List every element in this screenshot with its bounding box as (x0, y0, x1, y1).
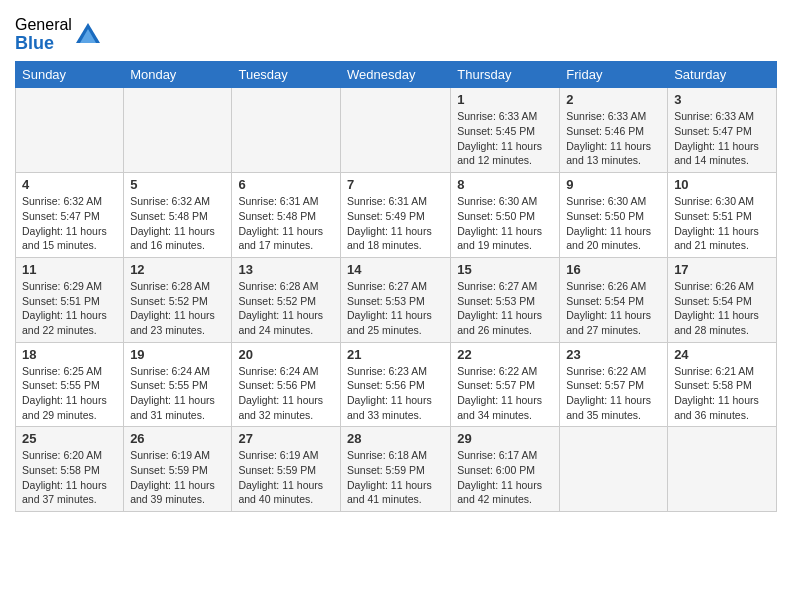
day-number: 1 (457, 92, 553, 107)
calendar-cell: 15Sunrise: 6:27 AMSunset: 5:53 PMDayligh… (451, 257, 560, 342)
day-info: Sunrise: 6:26 AMSunset: 5:54 PMDaylight:… (674, 279, 770, 338)
day-number: 20 (238, 347, 334, 362)
calendar-cell (668, 427, 777, 512)
day-number: 2 (566, 92, 661, 107)
calendar-cell: 16Sunrise: 6:26 AMSunset: 5:54 PMDayligh… (560, 257, 668, 342)
calendar-cell: 27Sunrise: 6:19 AMSunset: 5:59 PMDayligh… (232, 427, 341, 512)
logo: General Blue (15, 16, 102, 53)
day-number: 23 (566, 347, 661, 362)
calendar-cell: 6Sunrise: 6:31 AMSunset: 5:48 PMDaylight… (232, 173, 341, 258)
calendar-cell: 20Sunrise: 6:24 AMSunset: 5:56 PMDayligh… (232, 342, 341, 427)
calendar-cell: 21Sunrise: 6:23 AMSunset: 5:56 PMDayligh… (341, 342, 451, 427)
calendar-cell: 26Sunrise: 6:19 AMSunset: 5:59 PMDayligh… (124, 427, 232, 512)
day-info: Sunrise: 6:24 AMSunset: 5:55 PMDaylight:… (130, 364, 225, 423)
header-day: Saturday (668, 62, 777, 88)
day-number: 16 (566, 262, 661, 277)
header-row: SundayMondayTuesdayWednesdayThursdayFrid… (16, 62, 777, 88)
calendar-cell (232, 88, 341, 173)
day-number: 15 (457, 262, 553, 277)
day-number: 29 (457, 431, 553, 446)
calendar-cell (124, 88, 232, 173)
calendar-cell: 17Sunrise: 6:26 AMSunset: 5:54 PMDayligh… (668, 257, 777, 342)
calendar-table: SundayMondayTuesdayWednesdayThursdayFrid… (15, 61, 777, 512)
day-number: 21 (347, 347, 444, 362)
day-number: 13 (238, 262, 334, 277)
calendar-cell: 28Sunrise: 6:18 AMSunset: 5:59 PMDayligh… (341, 427, 451, 512)
calendar-cell (560, 427, 668, 512)
header-day: Sunday (16, 62, 124, 88)
day-info: Sunrise: 6:33 AMSunset: 5:47 PMDaylight:… (674, 109, 770, 168)
day-info: Sunrise: 6:31 AMSunset: 5:49 PMDaylight:… (347, 194, 444, 253)
day-number: 26 (130, 431, 225, 446)
day-number: 4 (22, 177, 117, 192)
day-number: 8 (457, 177, 553, 192)
day-number: 9 (566, 177, 661, 192)
day-info: Sunrise: 6:22 AMSunset: 5:57 PMDaylight:… (457, 364, 553, 423)
calendar-cell: 19Sunrise: 6:24 AMSunset: 5:55 PMDayligh… (124, 342, 232, 427)
calendar-cell: 12Sunrise: 6:28 AMSunset: 5:52 PMDayligh… (124, 257, 232, 342)
day-info: Sunrise: 6:27 AMSunset: 5:53 PMDaylight:… (457, 279, 553, 338)
calendar-week: 25Sunrise: 6:20 AMSunset: 5:58 PMDayligh… (16, 427, 777, 512)
day-info: Sunrise: 6:25 AMSunset: 5:55 PMDaylight:… (22, 364, 117, 423)
day-info: Sunrise: 6:21 AMSunset: 5:58 PMDaylight:… (674, 364, 770, 423)
calendar-cell: 14Sunrise: 6:27 AMSunset: 5:53 PMDayligh… (341, 257, 451, 342)
day-info: Sunrise: 6:24 AMSunset: 5:56 PMDaylight:… (238, 364, 334, 423)
day-info: Sunrise: 6:33 AMSunset: 5:46 PMDaylight:… (566, 109, 661, 168)
calendar-week: 4Sunrise: 6:32 AMSunset: 5:47 PMDaylight… (16, 173, 777, 258)
day-number: 6 (238, 177, 334, 192)
day-info: Sunrise: 6:23 AMSunset: 5:56 PMDaylight:… (347, 364, 444, 423)
header-day: Monday (124, 62, 232, 88)
calendar-cell: 25Sunrise: 6:20 AMSunset: 5:58 PMDayligh… (16, 427, 124, 512)
day-info: Sunrise: 6:30 AMSunset: 5:50 PMDaylight:… (457, 194, 553, 253)
day-info: Sunrise: 6:28 AMSunset: 5:52 PMDaylight:… (238, 279, 334, 338)
calendar-cell: 9Sunrise: 6:30 AMSunset: 5:50 PMDaylight… (560, 173, 668, 258)
calendar-cell: 11Sunrise: 6:29 AMSunset: 5:51 PMDayligh… (16, 257, 124, 342)
calendar-cell: 24Sunrise: 6:21 AMSunset: 5:58 PMDayligh… (668, 342, 777, 427)
day-number: 22 (457, 347, 553, 362)
day-number: 25 (22, 431, 117, 446)
day-info: Sunrise: 6:33 AMSunset: 5:45 PMDaylight:… (457, 109, 553, 168)
calendar-cell: 22Sunrise: 6:22 AMSunset: 5:57 PMDayligh… (451, 342, 560, 427)
calendar-cell (341, 88, 451, 173)
calendar-cell: 1Sunrise: 6:33 AMSunset: 5:45 PMDaylight… (451, 88, 560, 173)
day-number: 5 (130, 177, 225, 192)
logo-general: General (15, 16, 72, 34)
day-number: 28 (347, 431, 444, 446)
calendar-week: 1Sunrise: 6:33 AMSunset: 5:45 PMDaylight… (16, 88, 777, 173)
day-info: Sunrise: 6:26 AMSunset: 5:54 PMDaylight:… (566, 279, 661, 338)
calendar-cell: 29Sunrise: 6:17 AMSunset: 6:00 PMDayligh… (451, 427, 560, 512)
calendar-cell (16, 88, 124, 173)
day-info: Sunrise: 6:30 AMSunset: 5:50 PMDaylight:… (566, 194, 661, 253)
logo-icon (74, 21, 102, 49)
day-info: Sunrise: 6:32 AMSunset: 5:48 PMDaylight:… (130, 194, 225, 253)
day-number: 19 (130, 347, 225, 362)
calendar-cell: 5Sunrise: 6:32 AMSunset: 5:48 PMDaylight… (124, 173, 232, 258)
page-header: General Blue (15, 10, 777, 53)
calendar-cell: 4Sunrise: 6:32 AMSunset: 5:47 PMDaylight… (16, 173, 124, 258)
calendar-cell: 7Sunrise: 6:31 AMSunset: 5:49 PMDaylight… (341, 173, 451, 258)
calendar-cell: 10Sunrise: 6:30 AMSunset: 5:51 PMDayligh… (668, 173, 777, 258)
day-info: Sunrise: 6:27 AMSunset: 5:53 PMDaylight:… (347, 279, 444, 338)
calendar-cell: 18Sunrise: 6:25 AMSunset: 5:55 PMDayligh… (16, 342, 124, 427)
day-info: Sunrise: 6:18 AMSunset: 5:59 PMDaylight:… (347, 448, 444, 507)
calendar-cell: 13Sunrise: 6:28 AMSunset: 5:52 PMDayligh… (232, 257, 341, 342)
day-info: Sunrise: 6:28 AMSunset: 5:52 PMDaylight:… (130, 279, 225, 338)
day-info: Sunrise: 6:31 AMSunset: 5:48 PMDaylight:… (238, 194, 334, 253)
day-info: Sunrise: 6:30 AMSunset: 5:51 PMDaylight:… (674, 194, 770, 253)
day-number: 7 (347, 177, 444, 192)
day-number: 11 (22, 262, 117, 277)
header-day: Friday (560, 62, 668, 88)
calendar-week: 18Sunrise: 6:25 AMSunset: 5:55 PMDayligh… (16, 342, 777, 427)
day-number: 27 (238, 431, 334, 446)
logo-blue: Blue (15, 34, 72, 54)
calendar-cell: 8Sunrise: 6:30 AMSunset: 5:50 PMDaylight… (451, 173, 560, 258)
day-number: 18 (22, 347, 117, 362)
day-info: Sunrise: 6:19 AMSunset: 5:59 PMDaylight:… (130, 448, 225, 507)
calendar-cell: 23Sunrise: 6:22 AMSunset: 5:57 PMDayligh… (560, 342, 668, 427)
day-info: Sunrise: 6:32 AMSunset: 5:47 PMDaylight:… (22, 194, 117, 253)
day-number: 12 (130, 262, 225, 277)
day-number: 10 (674, 177, 770, 192)
header-day: Wednesday (341, 62, 451, 88)
day-info: Sunrise: 6:19 AMSunset: 5:59 PMDaylight:… (238, 448, 334, 507)
day-info: Sunrise: 6:22 AMSunset: 5:57 PMDaylight:… (566, 364, 661, 423)
